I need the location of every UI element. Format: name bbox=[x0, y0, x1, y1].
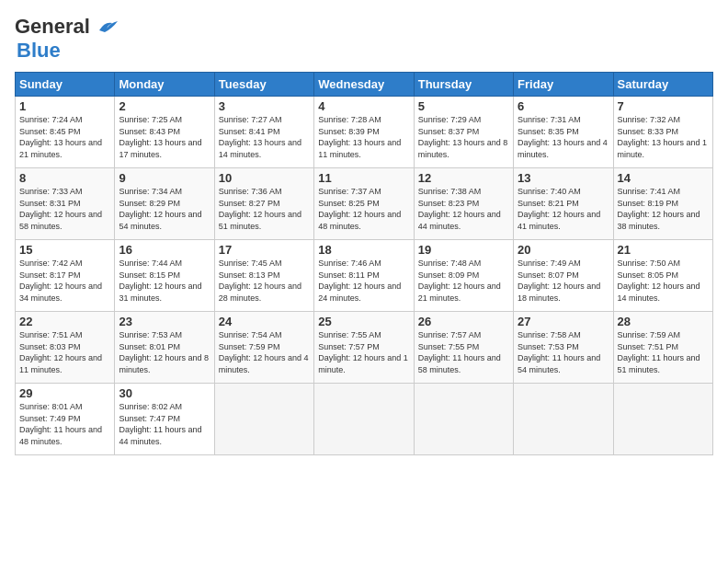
day-info: Sunrise: 7:40 AM Sunset: 8:21 PM Dayligh… bbox=[518, 186, 609, 232]
sunrise-label: Sunrise: 7:53 AM bbox=[119, 330, 182, 339]
sunrise-label: Sunrise: 7:57 AM bbox=[418, 330, 482, 339]
sunrise-label: Sunrise: 7:29 AM bbox=[418, 115, 482, 124]
calendar-cell: 24 Sunrise: 7:54 AM Sunset: 7:59 PM Dayl… bbox=[214, 312, 313, 384]
day-number: 30 bbox=[119, 386, 210, 400]
day-info: Sunrise: 7:44 AM Sunset: 8:15 PM Dayligh… bbox=[119, 258, 210, 304]
daylight-label: Daylight: 12 hours and 54 minutes. bbox=[119, 210, 201, 231]
day-number: 7 bbox=[618, 99, 709, 113]
calendar-cell: 25 Sunrise: 7:55 AM Sunset: 7:57 PM Dayl… bbox=[314, 312, 414, 384]
day-info: Sunrise: 7:37 AM Sunset: 8:25 PM Dayligh… bbox=[318, 186, 409, 232]
sunset-label: Sunset: 8:03 PM bbox=[19, 342, 81, 351]
daylight-label: Daylight: 12 hours and 14 minutes. bbox=[618, 282, 700, 303]
day-info: Sunrise: 7:34 AM Sunset: 8:29 PM Dayligh… bbox=[119, 186, 210, 232]
daylight-label: Daylight: 12 hours and 1 minute. bbox=[318, 353, 408, 374]
calendar-cell: 14 Sunrise: 7:41 AM Sunset: 8:19 PM Dayl… bbox=[613, 168, 712, 240]
day-info: Sunrise: 7:58 AM Sunset: 7:53 PM Dayligh… bbox=[518, 329, 609, 375]
calendar-cell: 16 Sunrise: 7:44 AM Sunset: 8:15 PM Dayl… bbox=[115, 240, 214, 312]
day-number: 11 bbox=[318, 171, 409, 185]
sunrise-label: Sunrise: 7:27 AM bbox=[219, 115, 282, 124]
day-number: 25 bbox=[318, 315, 409, 328]
sunrise-label: Sunrise: 7:37 AM bbox=[318, 187, 381, 196]
daylight-label: Daylight: 12 hours and 24 minutes. bbox=[318, 282, 401, 303]
day-number: 14 bbox=[618, 171, 709, 185]
daylight-label: Daylight: 12 hours and 41 minutes. bbox=[518, 210, 600, 231]
day-number: 10 bbox=[219, 171, 310, 185]
sunset-label: Sunset: 8:43 PM bbox=[119, 127, 180, 136]
logo-bird-icon bbox=[92, 17, 119, 36]
sunrise-label: Sunrise: 7:42 AM bbox=[19, 259, 83, 268]
day-info: Sunrise: 7:54 AM Sunset: 7:59 PM Dayligh… bbox=[219, 329, 310, 375]
calendar-cell: 30 Sunrise: 8:02 AM Sunset: 7:47 PM Dayl… bbox=[115, 384, 214, 455]
day-info: Sunrise: 7:29 AM Sunset: 8:37 PM Dayligh… bbox=[418, 114, 509, 160]
sunrise-label: Sunrise: 7:49 AM bbox=[518, 259, 581, 268]
sunrise-label: Sunrise: 7:58 AM bbox=[518, 330, 581, 339]
day-number: 1 bbox=[19, 99, 110, 113]
calendar-week-2: 8 Sunrise: 7:33 AM Sunset: 8:31 PM Dayli… bbox=[16, 168, 713, 240]
daylight-label: Daylight: 13 hours and 4 minutes. bbox=[518, 138, 608, 159]
sunset-label: Sunset: 8:33 PM bbox=[618, 127, 679, 136]
day-info: Sunrise: 7:42 AM Sunset: 8:17 PM Dayligh… bbox=[19, 258, 110, 304]
sunrise-label: Sunrise: 7:41 AM bbox=[618, 187, 681, 196]
sunset-label: Sunset: 7:59 PM bbox=[219, 342, 280, 351]
header: General Blue bbox=[15, 15, 713, 63]
day-info: Sunrise: 7:36 AM Sunset: 8:27 PM Dayligh… bbox=[219, 186, 310, 232]
day-info: Sunrise: 7:51 AM Sunset: 8:03 PM Dayligh… bbox=[19, 329, 110, 375]
day-info: Sunrise: 7:55 AM Sunset: 7:57 PM Dayligh… bbox=[318, 329, 409, 375]
day-number: 4 bbox=[318, 99, 409, 113]
sunset-label: Sunset: 7:47 PM bbox=[119, 414, 180, 423]
col-wednesday: Wednesday bbox=[314, 73, 414, 97]
daylight-label: Daylight: 12 hours and 28 minutes. bbox=[219, 282, 301, 303]
daylight-label: Daylight: 12 hours and 44 minutes. bbox=[418, 210, 501, 231]
calendar-cell bbox=[613, 384, 712, 455]
day-number: 8 bbox=[19, 171, 110, 185]
sunrise-label: Sunrise: 7:50 AM bbox=[618, 259, 681, 268]
calendar-cell: 2 Sunrise: 7:25 AM Sunset: 8:43 PM Dayli… bbox=[115, 97, 214, 168]
day-number: 19 bbox=[418, 243, 509, 257]
calendar-week-3: 15 Sunrise: 7:42 AM Sunset: 8:17 PM Dayl… bbox=[16, 240, 713, 312]
sunset-label: Sunset: 8:39 PM bbox=[318, 127, 380, 136]
col-saturday: Saturday bbox=[613, 73, 712, 97]
daylight-label: Daylight: 11 hours and 58 minutes. bbox=[418, 353, 501, 374]
calendar-cell: 11 Sunrise: 7:37 AM Sunset: 8:25 PM Dayl… bbox=[314, 168, 414, 240]
sunset-label: Sunset: 8:29 PM bbox=[119, 199, 180, 208]
sunrise-label: Sunrise: 7:46 AM bbox=[318, 259, 381, 268]
daylight-label: Daylight: 11 hours and 48 minutes. bbox=[19, 425, 102, 446]
calendar-cell: 28 Sunrise: 7:59 AM Sunset: 7:51 PM Dayl… bbox=[613, 312, 712, 384]
logo-text-general: General bbox=[15, 15, 90, 39]
day-number: 20 bbox=[518, 243, 609, 257]
sunrise-label: Sunrise: 8:02 AM bbox=[119, 402, 182, 411]
sunset-label: Sunset: 8:09 PM bbox=[418, 270, 480, 280]
sunrise-label: Sunrise: 7:36 AM bbox=[219, 187, 282, 196]
daylight-label: Daylight: 13 hours and 1 minute. bbox=[618, 138, 708, 159]
sunrise-label: Sunrise: 7:51 AM bbox=[19, 330, 83, 339]
day-info: Sunrise: 7:41 AM Sunset: 8:19 PM Dayligh… bbox=[618, 186, 709, 232]
sunrise-label: Sunrise: 7:31 AM bbox=[518, 115, 581, 124]
col-thursday: Thursday bbox=[414, 73, 513, 97]
day-info: Sunrise: 7:45 AM Sunset: 8:13 PM Dayligh… bbox=[219, 258, 310, 304]
sunrise-label: Sunrise: 7:25 AM bbox=[119, 115, 182, 124]
calendar-cell: 4 Sunrise: 7:28 AM Sunset: 8:39 PM Dayli… bbox=[314, 97, 414, 168]
day-info: Sunrise: 7:38 AM Sunset: 8:23 PM Dayligh… bbox=[418, 186, 509, 232]
sunset-label: Sunset: 7:55 PM bbox=[418, 342, 480, 351]
calendar-cell bbox=[214, 384, 313, 455]
day-number: 16 bbox=[119, 243, 210, 257]
sunset-label: Sunset: 8:19 PM bbox=[618, 199, 679, 208]
calendar-cell: 6 Sunrise: 7:31 AM Sunset: 8:35 PM Dayli… bbox=[514, 97, 613, 168]
day-info: Sunrise: 7:46 AM Sunset: 8:11 PM Dayligh… bbox=[318, 258, 409, 304]
day-number: 17 bbox=[219, 243, 310, 257]
day-number: 21 bbox=[618, 243, 709, 257]
day-number: 2 bbox=[119, 99, 210, 113]
sunset-label: Sunset: 8:45 PM bbox=[19, 127, 81, 136]
daylight-label: Daylight: 13 hours and 21 minutes. bbox=[19, 138, 102, 159]
day-info: Sunrise: 7:32 AM Sunset: 8:33 PM Dayligh… bbox=[618, 114, 709, 160]
sunset-label: Sunset: 8:13 PM bbox=[219, 270, 280, 280]
logo-text-blue: Blue bbox=[17, 39, 61, 62]
calendar-header: Sunday Monday Tuesday Wednesday Thursday… bbox=[16, 73, 713, 97]
day-number: 3 bbox=[219, 99, 310, 113]
calendar-cell: 12 Sunrise: 7:38 AM Sunset: 8:23 PM Dayl… bbox=[414, 168, 513, 240]
sunset-label: Sunset: 8:37 PM bbox=[418, 127, 480, 136]
daylight-label: Daylight: 12 hours and 31 minutes. bbox=[119, 282, 201, 303]
day-number: 5 bbox=[418, 99, 509, 113]
day-info: Sunrise: 7:57 AM Sunset: 7:55 PM Dayligh… bbox=[418, 329, 509, 375]
calendar-cell bbox=[414, 384, 513, 455]
